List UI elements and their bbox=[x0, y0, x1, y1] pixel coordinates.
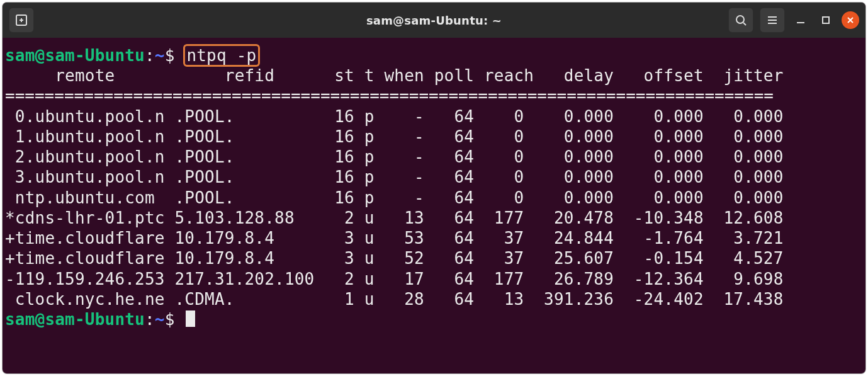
menu-button[interactable] bbox=[760, 8, 785, 33]
highlighted-command: ntpq -p bbox=[183, 44, 260, 67]
maximize-icon bbox=[821, 16, 830, 25]
search-icon bbox=[735, 14, 747, 26]
ntpq-header: remote refid st t when poll reach delay … bbox=[5, 66, 784, 85]
close-icon bbox=[846, 16, 855, 25]
svg-rect-9 bbox=[823, 17, 829, 23]
prompt-dollar: $ bbox=[165, 46, 175, 65]
ntpq-row: 3.ubuntu.pool.n .POOL. 16 p - 64 0 0.000… bbox=[5, 168, 784, 186]
ntpq-row: +time.cloudflare 10.179.8.4 3 u 52 64 37… bbox=[5, 249, 784, 268]
prompt-path: ~ bbox=[155, 310, 165, 329]
minimize-button[interactable] bbox=[791, 11, 810, 30]
ntpq-row: ntp.ubuntu.com .POOL. 16 p - 64 0 0.000 … bbox=[5, 188, 784, 207]
prompt-line-1: sam@sam-Ubuntu:~$ ntpq -p bbox=[5, 46, 260, 65]
new-tab-icon bbox=[14, 13, 28, 27]
cursor bbox=[186, 310, 195, 327]
prompt-sep: : bbox=[145, 310, 155, 329]
prompt-user: sam@sam-Ubuntu bbox=[5, 46, 145, 65]
maximize-button[interactable] bbox=[816, 11, 835, 30]
ntpq-row: *cdns-lhr-01.ptc 5.103.128.88 2 u 13 64 … bbox=[5, 208, 784, 227]
ntpq-row: 0.ubuntu.pool.n .POOL. 16 p - 64 0 0.000… bbox=[5, 107, 784, 126]
svg-point-3 bbox=[736, 16, 744, 23]
prompt-dollar: $ bbox=[165, 310, 175, 329]
title-bar: sam@sam-Ubuntu: ~ bbox=[3, 3, 865, 38]
prompt-line-2: sam@sam-Ubuntu:~$ bbox=[5, 310, 195, 329]
minimize-icon bbox=[796, 15, 806, 25]
close-button[interactable] bbox=[842, 11, 859, 29]
terminal-window: sam@sam-Ubuntu: ~ bbox=[3, 3, 865, 373]
svg-line-4 bbox=[743, 23, 746, 25]
ntpq-row: 2.ubuntu.pool.n .POOL. 16 p - 64 0 0.000… bbox=[5, 147, 784, 166]
ntpq-separator: ========================================… bbox=[5, 86, 774, 105]
prompt-path: ~ bbox=[155, 46, 165, 65]
new-tab-button[interactable] bbox=[9, 8, 34, 33]
ntpq-row: 1.ubuntu.pool.n .POOL. 16 p - 64 0 0.000… bbox=[5, 127, 784, 146]
window-title: sam@sam-Ubuntu: ~ bbox=[366, 14, 502, 27]
search-button[interactable] bbox=[728, 8, 753, 33]
ntpq-row: clock.nyc.he.ne .CDMA. 1 u 28 64 13 391.… bbox=[5, 290, 784, 309]
prompt-user: sam@sam-Ubuntu bbox=[5, 310, 145, 329]
prompt-sep: : bbox=[145, 46, 155, 65]
terminal-viewport[interactable]: sam@sam-Ubuntu:~$ ntpq -p remote refid s… bbox=[3, 38, 865, 373]
hamburger-icon bbox=[766, 14, 779, 26]
ntpq-row: -119.159.246.253 217.31.202.100 2 u 17 6… bbox=[5, 270, 784, 288]
ntpq-row: +time.cloudflare 10.179.8.4 3 u 53 64 37… bbox=[5, 229, 784, 248]
